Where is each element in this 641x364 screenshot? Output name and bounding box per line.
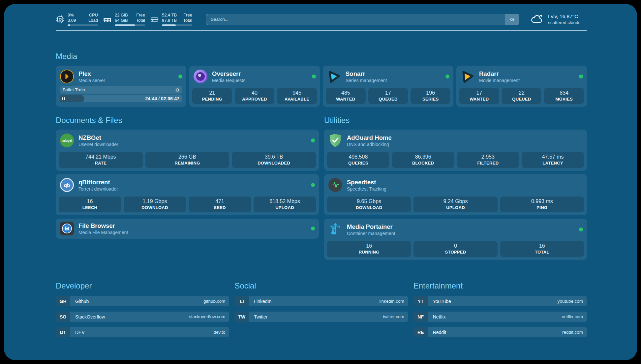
card-subtitle: Usenet downloader [78, 141, 118, 147]
link-linkedin[interactable]: LI LinkedIn linkedin.com [234, 296, 408, 306]
link-url: stackoverflow.com [189, 314, 229, 319]
stat-queued: 17QUEUED [368, 88, 408, 104]
card-title: Overseerr [212, 70, 245, 77]
playback-time: 24:44 / 02:06:47 [145, 96, 179, 101]
disk-total-value: 97.9 TB [162, 18, 177, 23]
card-title: File Browser [78, 222, 128, 229]
sonarr-card[interactable]: Sonarr Series management 485WANTED 17QUE… [323, 66, 453, 107]
status-online-dot [445, 75, 449, 78]
stat-blocked: 86,396BLOCKED [392, 152, 454, 168]
card-subtitle: Media Requests [212, 77, 245, 83]
status-online-dot [311, 183, 315, 187]
card-title: Speedtest [347, 178, 386, 186]
stat-available: 945AVAILABLE [277, 88, 317, 104]
search-engine-button[interactable]: G [505, 14, 519, 25]
disk-icon [150, 15, 159, 24]
speedtest-card[interactable]: Speedtest Speedtest Tracking 9.65 GbpsDO… [324, 174, 587, 215]
top-bar: 9%CPU 3.09Load 22 GiBFree 64 GiBTotal [56, 13, 587, 26]
load-label: Load [88, 18, 98, 23]
link-url: github.com [203, 299, 229, 304]
radarr-icon [460, 69, 475, 84]
settings-gear-icon[interactable]: ⚙ [175, 88, 179, 92]
ram-total-value: 64 GiB [115, 18, 128, 23]
filebrowser-icon [60, 221, 74, 236]
cpu-load-value: 3.09 [68, 18, 76, 23]
status-online-dot [579, 75, 583, 78]
stat-seed: 471SEED [189, 197, 251, 212]
link-abbr-badge: DT [56, 327, 70, 337]
section-title-documents: Documents & Files [56, 115, 319, 125]
link-name: YouTube [428, 299, 451, 304]
search-bar: G [206, 14, 519, 25]
ram-icon [103, 15, 112, 24]
link-twitter[interactable]: TW Twitter twitter.com [234, 312, 408, 322]
stat-download: 9.65 GbpsDOWNLOAD [327, 197, 411, 212]
link-name: StackOverflow [70, 314, 105, 319]
link-name: DEV [70, 330, 85, 335]
ram-total-label: Total [136, 18, 145, 23]
ram-free-label: Free [136, 13, 145, 18]
cloud-icon [530, 13, 544, 26]
weather-widget: Lviv, 16.87°C scattered clouds [530, 13, 587, 26]
cpu-progress-fill [68, 24, 70, 26]
stat-stopped: 0STOPPED [413, 241, 497, 257]
cpu-usage-value: 9% [68, 13, 74, 18]
stat-pending: 21PENDING [192, 88, 232, 104]
overseerr-card[interactable]: Overseerr Media Requests 21PENDING 40APP… [189, 66, 320, 107]
link-netflix[interactable]: NF Netflix netflix.com [413, 312, 587, 322]
link-github[interactable]: GH Github github.com [56, 296, 229, 306]
card-title: NZBGet [78, 134, 118, 141]
link-abbr-badge: GH [56, 296, 70, 306]
stat-leech: 16LEECH [59, 197, 121, 212]
qbittorrent-card[interactable]: qb qBittorrent Torrent downloader 16LEEC… [56, 174, 319, 215]
link-dev-to[interactable]: DT DEV dev.to [56, 327, 229, 337]
adguard-card[interactable]: AdGuard Home DNS and adblocking 498,508Q… [324, 130, 587, 171]
card-title: Radarr [479, 70, 520, 77]
stat-upload: 618.52 MbpsUPLOAD [254, 197, 316, 212]
stat-queries: 498,508QUERIES [327, 152, 389, 168]
filebrowser-card[interactable]: File Browser Media File Management [56, 219, 319, 239]
stat-running: 16RUNNING [327, 241, 411, 257]
status-online-dot [579, 228, 583, 231]
stat-series: 196SERIES [411, 88, 450, 104]
link-url: dev.to [214, 330, 229, 335]
portainer-icon [328, 222, 343, 237]
cpu-icon [56, 15, 65, 24]
radarr-card[interactable]: Radarr Movie management 17WANTED 22QUEUE… [456, 66, 587, 107]
header-divider [56, 30, 587, 31]
link-name: Github [70, 299, 89, 304]
card-subtitle: Media File Management [78, 229, 128, 235]
link-abbr-badge: RE [413, 327, 428, 337]
card-title: Plex [78, 70, 105, 77]
link-youtube[interactable]: YT YouTube youtube.com [413, 296, 587, 306]
now-playing-row: Bullet Train ⚙ [60, 86, 182, 94]
search-input[interactable] [206, 14, 519, 25]
card-subtitle: Torrent downloader [78, 186, 118, 192]
plex-icon [60, 69, 74, 84]
stat-wanted: 17WANTED [459, 88, 499, 104]
stat-upload: 9.24 GbpsUPLOAD [413, 197, 497, 212]
link-abbr-badge: YT [413, 296, 428, 306]
social-links-column: Social LI LinkedIn linkedin.com TW Twitt… [234, 281, 408, 337]
card-subtitle: Container management [347, 230, 395, 236]
link-name: Twitter [249, 314, 267, 319]
portainer-card[interactable]: Media Portainer Container management 16R… [324, 219, 587, 260]
stat-wanted: 485WANTED [326, 88, 366, 104]
stat-movies: 834MOVIES [544, 88, 584, 104]
pause-button[interactable] [62, 97, 65, 100]
stat-remaining: 266 GBREMAINING [145, 152, 229, 168]
link-reddit[interactable]: RE Reddit reddit.com [413, 327, 587, 337]
disk-free-value: 52.4 TB [162, 13, 177, 18]
section-title-media: Media [56, 51, 587, 61]
card-subtitle: Movie management [479, 77, 520, 83]
plex-card[interactable]: Plex Media server Bullet Train ⚙ 24:44 /… [56, 66, 186, 107]
stat-downloaded: 39.6 TBDOWNLOADED [232, 152, 316, 168]
nzbget-card[interactable]: nzbget NZBGet Usenet downloader 744.21 M… [56, 130, 319, 171]
playback-progress-bar: 24:44 / 02:06:47 [60, 95, 182, 102]
entertainment-links-column: Entertainment YT YouTube youtube.com NF … [413, 281, 587, 337]
stat-ping: 0.993 msPING [500, 197, 584, 212]
link-abbr-badge: LI [234, 296, 249, 306]
section-title-social: Social [234, 281, 408, 291]
link-url: youtube.com [558, 299, 587, 304]
link-stackoverflow[interactable]: SO StackOverflow stackoverflow.com [56, 312, 229, 322]
